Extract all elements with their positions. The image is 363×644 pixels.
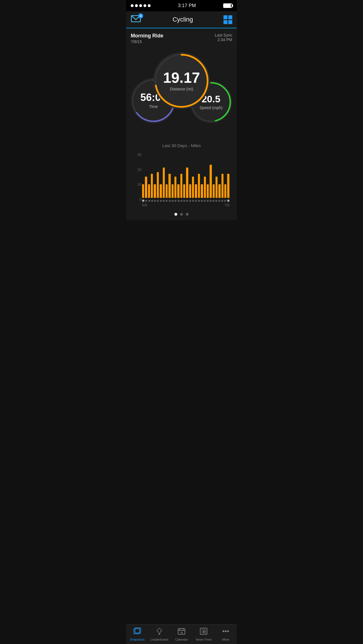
bar-25 xyxy=(216,177,218,198)
leaderboard-icon xyxy=(155,628,163,637)
chart-dot-23 xyxy=(210,200,212,202)
bar-22 xyxy=(207,184,209,198)
chart-dot-25 xyxy=(215,200,217,202)
more-icon xyxy=(222,628,230,637)
newsfeed-label: News Feed xyxy=(196,638,212,641)
bar-28 xyxy=(224,184,226,198)
last-sync-label: Last Sync xyxy=(215,33,232,37)
calendar-icon: 31 xyxy=(178,628,185,637)
dot-2 xyxy=(135,4,138,7)
y-label-30: 30 xyxy=(133,152,142,157)
y-label-10: 10 xyxy=(133,182,142,187)
chart-dot-15 xyxy=(186,200,188,202)
leaderboard-label: Leaderboard xyxy=(151,638,168,641)
status-time: 3:17 PM xyxy=(178,3,196,9)
bar-21 xyxy=(204,177,206,198)
bar-26 xyxy=(218,184,220,198)
dot-1 xyxy=(131,4,134,7)
x-label-start: 6/9 xyxy=(142,203,147,207)
chart-dot-3 xyxy=(151,200,153,202)
chart-dot-14 xyxy=(183,200,185,202)
page-dot-3[interactable] xyxy=(186,213,189,216)
nav-more[interactable]: More xyxy=(215,624,237,644)
chart-dot-0 xyxy=(142,200,144,202)
chart-dot-16 xyxy=(189,200,191,202)
snapshots-icon xyxy=(133,628,141,637)
bar-13 xyxy=(180,174,182,198)
newsfeed-icon xyxy=(200,628,208,637)
y-label-0: 0 xyxy=(133,197,142,202)
chart-dot-9 xyxy=(169,200,171,202)
gauges-container: 56:06 Time 19.17 Distance (mi) 20.5 Spee… xyxy=(131,50,232,135)
nav-leaderboard[interactable]: Leaderboard xyxy=(148,624,170,644)
bar-1 xyxy=(145,177,147,198)
chart-dot-4 xyxy=(154,200,156,202)
nav-snapshots[interactable]: Snapshots xyxy=(126,624,148,644)
page-dot-1[interactable] xyxy=(174,213,177,216)
chart-dot-5 xyxy=(157,200,159,202)
bar-15 xyxy=(186,168,188,198)
y-axis-labels: 30 20 10 0 xyxy=(133,152,142,207)
inbox-button[interactable]: 4 xyxy=(131,14,142,25)
svg-point-22 xyxy=(225,630,227,632)
grid-cell-2 xyxy=(228,15,232,19)
chart-dot-19 xyxy=(198,200,200,202)
chart-dot-11 xyxy=(174,200,176,202)
chart-dot-20 xyxy=(201,200,203,202)
bar-6 xyxy=(160,184,162,198)
bar-29 xyxy=(227,174,229,198)
app-header: 4 Cycling xyxy=(126,11,237,28)
nav-calendar[interactable]: 31 Calendar xyxy=(170,624,193,644)
chart-dot-1 xyxy=(145,200,147,202)
bars-container xyxy=(142,152,230,198)
grid-cell-3 xyxy=(223,20,227,24)
bar-27 xyxy=(221,174,223,198)
chart-dot-29 xyxy=(227,200,229,202)
more-label: More xyxy=(222,638,229,641)
chart-dot-21 xyxy=(204,200,206,202)
distance-gauge[interactable]: 19.17 Distance (mi) xyxy=(153,52,210,109)
chart-wrapper: 6/9 7/8 xyxy=(142,152,230,207)
page-dot-2[interactable] xyxy=(180,213,183,216)
last-sync-time: 2:34 PM xyxy=(215,37,232,42)
chart-dot-12 xyxy=(178,200,180,202)
grid-view-button[interactable] xyxy=(223,15,232,24)
chart-dot-7 xyxy=(163,200,165,202)
chart-title: Last 30 Days - Miles xyxy=(133,143,230,148)
bar-0 xyxy=(142,184,144,198)
chart-dot-6 xyxy=(160,200,162,202)
bar-17 xyxy=(192,177,194,198)
chart-dots-row xyxy=(142,198,230,202)
status-bar: 3:17 PM xyxy=(126,0,237,11)
bar-18 xyxy=(195,184,197,198)
calendar-label: Calendar xyxy=(175,638,188,641)
y-label-20: 20 xyxy=(133,168,142,172)
dot-3 xyxy=(139,4,142,7)
bar-10 xyxy=(172,184,174,198)
bar-5 xyxy=(157,172,159,198)
bar-20 xyxy=(201,184,203,198)
distance-ring xyxy=(153,52,210,109)
svg-text:31: 31 xyxy=(180,631,183,634)
chart-section: Last 30 Days - Miles 30 20 10 0 6/9 7/8 xyxy=(131,143,232,216)
chart-dot-8 xyxy=(166,200,168,202)
bar-23 xyxy=(210,165,212,198)
svg-point-23 xyxy=(227,630,229,632)
ride-info: Morning Ride 7/8/15 Last Sync 2:34 PM xyxy=(131,33,232,44)
x-label-end: 7/8 xyxy=(224,203,229,207)
x-axis-labels: 6/9 7/8 xyxy=(142,202,230,207)
ride-name: Morning Ride xyxy=(131,33,163,39)
nav-newsfeed[interactable]: News Feed xyxy=(193,624,215,644)
chart-dot-18 xyxy=(195,200,197,202)
notification-badge: 4 xyxy=(138,13,143,18)
chart-dot-24 xyxy=(212,200,214,202)
bar-11 xyxy=(174,177,176,198)
page-title: Cycling xyxy=(172,16,193,23)
snapshots-label: Snapshots xyxy=(130,638,145,641)
bar-3 xyxy=(151,174,153,198)
dot-5 xyxy=(148,4,151,7)
chart-area: 30 20 10 0 6/9 7/8 xyxy=(133,152,230,207)
bar-24 xyxy=(213,184,215,198)
bottom-nav: Snapshots Leaderboard 31 Calendar xyxy=(126,624,237,644)
bar-7 xyxy=(163,168,165,198)
